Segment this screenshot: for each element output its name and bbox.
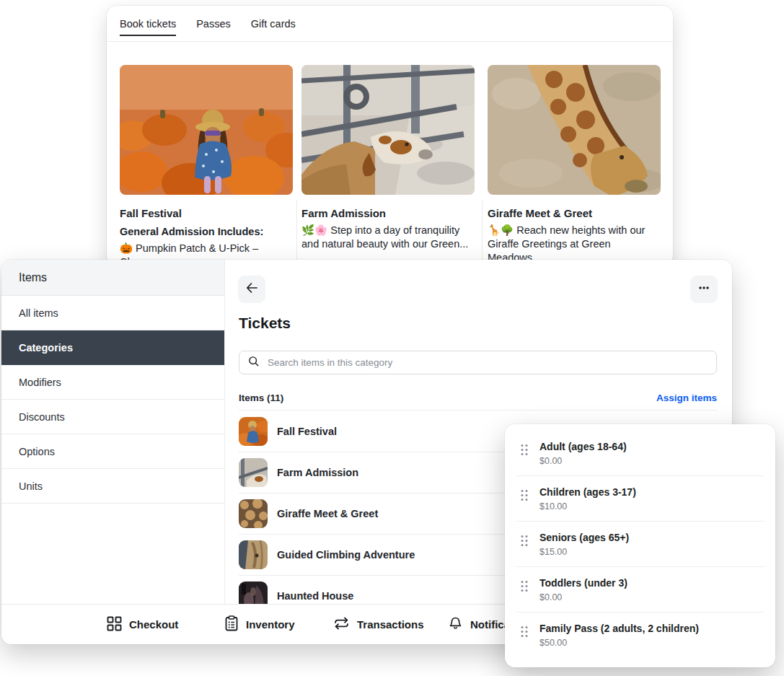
item-name: Farm Admission — [277, 467, 358, 478]
ticket-cards: Fall Festival General Admission Includes… — [120, 65, 661, 265]
climbing-thumbnail — [239, 540, 268, 569]
items-sidebar: Items All items Categories Modifiers Dis… — [1, 260, 225, 605]
nav-label: Transactions — [357, 618, 424, 631]
variation-price: $0.00 — [539, 456, 775, 466]
clipboard-icon — [224, 615, 239, 633]
back-button[interactable] — [238, 276, 265, 303]
variation-name: Seniors (ages 65+) — [539, 522, 775, 543]
giraffe-photo — [488, 65, 661, 195]
booking-widget-panel: Book tickets Passes Gift cards — [107, 6, 673, 265]
fall-festival-thumbnail — [239, 417, 268, 446]
item-name: Haunted House — [277, 590, 353, 602]
variation-name: Adult (ages 18-64) — [539, 431, 775, 452]
more-options-button[interactable] — [690, 276, 718, 303]
left-arrow-icon — [245, 281, 259, 298]
fall-festival-photo — [120, 65, 293, 195]
tab-book-tickets[interactable]: Book tickets — [120, 6, 176, 41]
variation-row-toddlers[interactable]: Toddlers (under 3) $0.00 — [505, 567, 775, 613]
swap-arrows-icon — [333, 617, 350, 632]
variation-row-family-pass[interactable]: Family Pass (2 adults, 2 children) $50.0… — [505, 613, 775, 658]
variation-price: $50.00 — [539, 638, 775, 648]
drag-handle-icon[interactable] — [520, 535, 529, 550]
farm-admission-photo — [301, 65, 475, 195]
card-description: 🌿🌸 Step into a day of tranquility and na… — [301, 224, 475, 251]
sidebar-item-discounts[interactable]: Discounts — [1, 400, 224, 434]
screen: Book tickets Passes Gift cards — [0, 0, 784, 676]
page-title: Tickets — [239, 315, 291, 332]
giraffe-thumbnail — [239, 499, 268, 528]
search-input[interactable] — [266, 356, 708, 369]
nav-transactions[interactable]: Transactions — [333, 605, 424, 644]
variation-name: Family Pass (2 adults, 2 children) — [539, 613, 775, 634]
bell-icon — [448, 615, 463, 633]
drag-handle-icon[interactable] — [520, 444, 529, 459]
sidebar-title: Items — [1, 260, 224, 296]
card-description: 🦒🌳 Reach new heights with our Giraffe Gr… — [488, 224, 661, 265]
ellipsis-icon — [697, 281, 710, 297]
card-divider — [296, 201, 297, 265]
nav-inventory[interactable]: Inventory — [224, 605, 295, 644]
card-title: Giraffe Meet & Greet — [488, 207, 661, 219]
farm-admission-thumbnail — [239, 458, 268, 487]
card-fall-festival[interactable]: Fall Festival General Admission Includes… — [120, 65, 293, 269]
haunted-house-thumbnail — [239, 581, 268, 605]
tab-passes[interactable]: Passes — [196, 6, 231, 41]
variation-name: Toddlers (under 3) — [539, 567, 775, 589]
variation-price: $15.00 — [539, 547, 775, 557]
sidebar-item-units[interactable]: Units — [1, 469, 224, 504]
card-title: Fall Festival — [120, 207, 293, 219]
grid-icon — [107, 616, 122, 633]
item-name: Giraffe Meet & Greet — [277, 508, 378, 519]
variation-name: Children (ages 3-17) — [539, 476, 775, 498]
sidebar-item-modifiers[interactable]: Modifiers — [1, 365, 224, 400]
drag-handle-icon[interactable] — [520, 580, 529, 595]
nav-label: Inventory — [246, 618, 295, 631]
card-divider — [482, 201, 483, 265]
variation-price: $10.00 — [539, 501, 775, 512]
sidebar-item-categories[interactable]: Categories — [1, 330, 224, 365]
booking-tabs: Book tickets Passes Gift cards — [107, 6, 673, 42]
variation-row-adult[interactable]: Adult (ages 18-64) $0.00 — [505, 431, 775, 476]
nav-label: Checkout — [129, 618, 178, 631]
nav-checkout[interactable]: Checkout — [107, 605, 178, 644]
search-box — [239, 351, 717, 374]
items-header-row: Items (11) Assign items — [239, 392, 717, 403]
items-count: Items (11) — [239, 392, 283, 403]
search-icon — [247, 355, 260, 370]
tab-gift-cards[interactable]: Gift cards — [251, 6, 296, 41]
variation-row-seniors[interactable]: Seniors (ages 65+) $15.00 — [505, 522, 775, 567]
variation-price: $0.00 — [539, 592, 775, 602]
card-description-bold: General Admission Includes: — [120, 226, 293, 237]
item-name: Guided Climbing Adventure — [277, 549, 415, 561]
drag-handle-icon[interactable] — [520, 489, 529, 504]
sidebar-item-all-items[interactable]: All items — [1, 296, 224, 330]
variations-panel: Adult (ages 18-64) $0.00 Children (ages … — [505, 424, 775, 667]
sidebar-item-options[interactable]: Options — [1, 434, 224, 469]
item-name: Fall Festival — [277, 426, 337, 437]
card-title: Farm Admission — [301, 207, 475, 219]
drag-handle-icon[interactable] — [520, 625, 529, 641]
card-giraffe-meet-greet[interactable]: Giraffe Meet & Greet 🦒🌳 Reach new height… — [488, 65, 661, 265]
assign-items-link[interactable]: Assign items — [656, 392, 717, 403]
variation-row-children[interactable]: Children (ages 3-17) $10.00 — [505, 476, 775, 522]
card-farm-admission[interactable]: Farm Admission 🌿🌸 Step into a day of tra… — [301, 65, 475, 251]
